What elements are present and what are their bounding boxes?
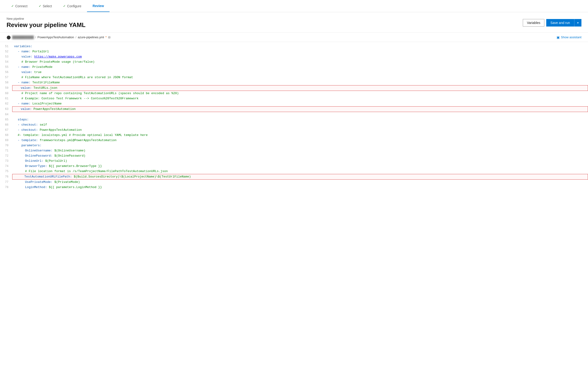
- line-content-75: # File location format is /s/TeamProject…: [12, 169, 588, 174]
- variables-button[interactable]: Variables: [523, 19, 544, 27]
- code-line-73: 73 OnlineUrl: $(PortalUrl): [0, 159, 588, 164]
- repo-folder: PowerAppsTestAutomation: [37, 35, 74, 39]
- top-nav: ✓ Connect ✓ Select ✓ Configure Review: [0, 0, 588, 12]
- code-line-67: 67 - checkout: PowerAppsTestAutomation: [0, 128, 588, 133]
- github-icon: ⬤: [7, 35, 11, 39]
- code-line-75: 75 # File location format is /s/TeamProj…: [0, 169, 588, 174]
- nav-step-configure-label: Configure: [67, 4, 81, 8]
- line-number-71: 71: [0, 148, 12, 153]
- code-line-58: 58 - name: TestUrlFileName: [0, 80, 588, 85]
- file-name: azure-pipelines.yml: [78, 35, 104, 39]
- nav-step-connect[interactable]: ✓ Connect: [6, 0, 33, 12]
- code-line-72: 72 OnlinePassword: $(OnlinePassword): [0, 153, 588, 159]
- code-line-60: 60 # Project name of repo containing Tes…: [0, 91, 588, 96]
- line-content-56: value: true: [12, 70, 588, 75]
- line-number-76: 76: [0, 174, 12, 179]
- line-number-75: 75: [0, 169, 12, 174]
- line-number-55: 55: [0, 65, 12, 70]
- line-number-56: 56: [0, 70, 12, 75]
- code-line-77: 77 UsePrivateMode: $(PrivateMode): [0, 180, 588, 185]
- check-icon-connect: ✓: [11, 4, 14, 8]
- code-editor-wrapper: 51variables:52 - name: PortalUrl53 value…: [0, 42, 588, 192]
- page-title: Review your pipeline YAML: [7, 21, 86, 29]
- modified-indicator: *: [105, 35, 106, 39]
- check-icon-configure: ✓: [63, 4, 66, 8]
- code-editor[interactable]: 51variables:52 - name: PortalUrl53 value…: [0, 42, 588, 192]
- line-number-63: 63: [0, 107, 12, 112]
- check-icon-select: ✓: [39, 4, 41, 8]
- file-path: ⬤ ██████████ / PowerAppsTestAutomation /…: [7, 35, 110, 39]
- line-number-74: 74: [0, 164, 12, 169]
- save-and-run-dropdown[interactable]: ▼: [574, 19, 581, 27]
- code-line-51: 51variables:: [0, 44, 588, 49]
- line-number-53: 53: [0, 54, 12, 59]
- line-content-57: # FileName where TestAutomationURLs are …: [12, 75, 588, 80]
- code-line-68: 68 #- template: localsteps.yml # Provide…: [0, 133, 588, 138]
- line-content-54: # Browser PrivateMode usage (true/false): [12, 59, 588, 65]
- header-left: New pipeline Review your pipeline YAML: [7, 17, 86, 29]
- code-line-70: 70 parameters:: [0, 143, 588, 148]
- line-number-52: 52: [0, 49, 12, 54]
- code-line-61: 61 # Example: Contoso Test Framework -->…: [0, 96, 588, 101]
- line-content-70: parameters:: [12, 143, 588, 148]
- line-number-77: 77: [0, 180, 12, 185]
- nav-step-connect-label: Connect: [15, 4, 27, 8]
- code-line-53: 53 value: https://make.powerapps.com: [0, 54, 588, 59]
- path-separator-1: /: [35, 35, 36, 39]
- line-content-71: OnlineUsername: $(OnlineUsername): [12, 148, 588, 153]
- code-line-57: 57 # FileName where TestAutomationURLs a…: [0, 75, 588, 80]
- nav-step-review-label: Review: [93, 4, 104, 8]
- line-number-73: 73: [0, 159, 12, 164]
- assistant-icon: ▣: [557, 35, 560, 39]
- line-number-72: 72: [0, 153, 12, 159]
- line-number-59: 59: [0, 85, 12, 91]
- header-right: Variables Save and run ▼: [523, 19, 581, 27]
- line-content-58: - name: TestUrlFileName: [12, 80, 588, 85]
- line-number-61: 61: [0, 96, 12, 101]
- header-area: New pipeline Review your pipeline YAML V…: [0, 12, 588, 33]
- line-content-76: TestAutomationURLFilePath: $(Build.Sourc…: [12, 174, 588, 180]
- code-line-52: 52 - name: PortalUrl: [0, 49, 588, 54]
- nav-step-select-label: Select: [43, 4, 52, 8]
- line-number-60: 60: [0, 91, 12, 96]
- code-line-56: 56 value: true: [0, 70, 588, 75]
- show-assistant-label: Show assistant: [561, 35, 581, 39]
- line-content-73: OnlineUrl: $(PortalUrl): [12, 159, 588, 164]
- line-content-69: - template: frameworksteps.yml@PowerApps…: [12, 138, 588, 143]
- line-number-68: 68: [0, 133, 12, 138]
- line-content-65: steps:: [12, 117, 588, 122]
- line-content-78: LoginMethod: ${{ parameters.LoginMethod …: [12, 185, 588, 190]
- nav-step-select[interactable]: ✓ Select: [33, 0, 58, 12]
- line-content-51: variables:: [12, 44, 588, 49]
- line-content-62: - name: LocalProjectName: [12, 101, 588, 106]
- line-number-67: 67: [0, 128, 12, 133]
- line-content-67: - checkout: PowerAppsTestAutomation: [12, 128, 588, 133]
- code-line-59: 59 value: TestURLs.json: [0, 85, 588, 91]
- code-line-64: 64: [0, 112, 588, 117]
- code-line-66: 66 - checkout: self: [0, 122, 588, 128]
- line-content-66: - checkout: self: [12, 122, 588, 128]
- code-line-76: 76 TestAutomationURLFilePath: $(Build.So…: [0, 174, 588, 180]
- save-and-run-button[interactable]: Save and run ▼: [546, 19, 581, 27]
- line-number-65: 65: [0, 117, 12, 122]
- code-line-65: 65 steps:: [0, 117, 588, 122]
- line-number-51: 51: [0, 44, 12, 49]
- line-number-64: 64: [0, 112, 12, 117]
- path-separator-2: /: [75, 35, 76, 39]
- line-content-55: - name: PrivateMode: [12, 65, 588, 70]
- nav-step-configure[interactable]: ✓ Configure: [58, 0, 87, 12]
- line-content-77: UsePrivateMode: $(PrivateMode): [12, 180, 588, 185]
- line-number-69: 69: [0, 138, 12, 143]
- line-number-78: 78: [0, 185, 12, 190]
- line-content-60: # Project name of repo containing TestAu…: [12, 91, 588, 96]
- edit-file-icon[interactable]: ⊟: [108, 36, 110, 39]
- nav-step-review[interactable]: Review: [87, 0, 110, 12]
- code-line-69: 69 - template: frameworksteps.yml@PowerA…: [0, 138, 588, 143]
- code-line-55: 55 - name: PrivateMode: [0, 65, 588, 70]
- show-assistant-button[interactable]: ▣ Show assistant: [557, 35, 581, 39]
- line-content-63: value: PowerAppsTestAutomation: [12, 106, 588, 112]
- line-content-74: BrowserType: ${{ parameters.BrowserType …: [12, 164, 588, 169]
- line-content-59: value: TestURLs.json: [12, 85, 588, 91]
- line-content-72: OnlinePassword: $(OnlinePassword): [12, 153, 588, 159]
- line-content-52: - name: PortalUrl: [12, 49, 588, 54]
